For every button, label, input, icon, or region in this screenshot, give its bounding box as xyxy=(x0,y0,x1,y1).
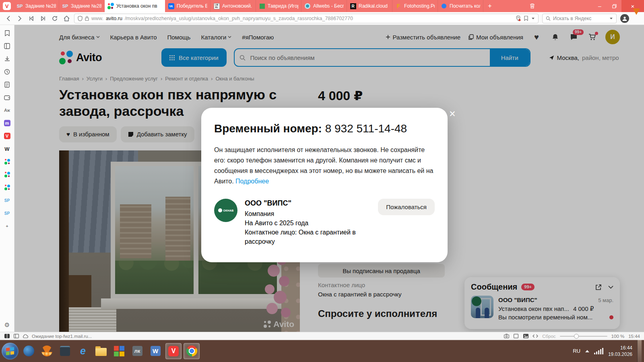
url-field[interactable]: www.avito.ru/moskva/predlozheniya_uslug/… xyxy=(74,14,539,23)
start-button[interactable] xyxy=(2,343,19,360)
taskbar-blue-browser-icon[interactable] xyxy=(21,343,37,359)
metamask-icon[interactable] xyxy=(633,15,640,22)
yandex-search-dropdown-icon[interactable] xyxy=(609,17,613,20)
browser-side-panel-bar: Aж m V W SP SP + ⚙ xyxy=(0,25,14,332)
bookmarks-panel-icon[interactable] xyxy=(4,29,11,37)
sp-icon: SP xyxy=(17,3,23,9)
browser-tab[interactable]: Таврида (Игорь Ан xyxy=(256,0,301,12)
avito-web-panel-icon[interactable] xyxy=(4,158,11,165)
notes-panel-icon[interactable] xyxy=(4,81,11,88)
url-www: www. xyxy=(91,16,103,21)
browser-tab[interactable]: SP Задание №288722 xyxy=(14,0,59,12)
yandex-search-field[interactable]: Искать в Яндекс xyxy=(542,14,617,23)
browser-tab[interactable]: Посчитать количес xyxy=(438,0,483,12)
status-clock: 15:44 xyxy=(628,334,640,339)
zoom-slider[interactable] xyxy=(560,334,607,339)
browser-tab[interactable]: F Fotohosting.Pro - Ф xyxy=(392,0,438,12)
rewind-icon[interactable] xyxy=(27,14,35,23)
seller-contact: Контактное лицо: Окна с гарантией в расс… xyxy=(245,228,371,246)
vk-icon: VK xyxy=(168,3,174,9)
temporary-phone-number: 8 932 511-14-48 xyxy=(325,122,407,135)
more-link[interactable]: Подробнее xyxy=(235,178,269,185)
browser-tab-active[interactable]: Установка окон пв xyxy=(105,0,165,12)
bookmark-icon[interactable] xyxy=(524,16,528,21)
zoom-level: 100 % xyxy=(611,334,625,339)
shield-icon[interactable] xyxy=(78,16,83,21)
libru-icon: LIBRU xyxy=(213,3,220,9)
tiling-toggle-icon[interactable] xyxy=(4,333,10,339)
seller-logo: ОКНАВ xyxy=(214,199,237,222)
status-loading-text: Ожидание top-fwz1.mail.ru... xyxy=(32,334,92,339)
taskbar-office-grid-icon[interactable] xyxy=(111,343,127,359)
images-toggle-icon[interactable] xyxy=(523,333,528,339)
forward-icon[interactable] xyxy=(16,14,24,23)
taskbar-vivaldi-icon[interactable]: V xyxy=(165,343,182,359)
sync-cloud-icon[interactable] xyxy=(23,333,28,339)
modal-title: Временный номер: 8 932 511-14-48 xyxy=(214,122,435,135)
browser-tab[interactable]: Allwebs - Бесплатн xyxy=(301,0,347,12)
modal-body-text: Он защищает исполнителя от нежелательных… xyxy=(214,145,435,187)
reload-icon[interactable] xyxy=(51,14,59,23)
taskbar-date: 19.03.2026 xyxy=(608,351,632,358)
show-desktop-button[interactable] xyxy=(637,340,642,362)
panels-toggle-icon[interactable] xyxy=(13,333,19,339)
windows-taskbar: e лк W V RU 16:44 19.03.2026 xyxy=(0,340,644,362)
wallet-panel-icon[interactable] xyxy=(4,94,11,101)
fast-forward-icon[interactable] xyxy=(39,14,47,23)
settings-gear-icon[interactable]: ⚙ xyxy=(4,321,11,329)
taskbar-dark-app-icon[interactable] xyxy=(57,343,73,359)
tray-expand-icon[interactable] xyxy=(585,350,589,352)
browser-tab[interactable]: R Radikal.cloud - Бес xyxy=(347,0,392,12)
mastodon-panel-icon[interactable]: m xyxy=(4,119,11,127)
browser-profile-icon[interactable] xyxy=(620,14,629,23)
taskbar-wps-icon[interactable]: W xyxy=(147,343,163,359)
home-icon[interactable] xyxy=(62,14,70,23)
radikal-icon: R xyxy=(350,3,356,9)
capture-icon[interactable] xyxy=(504,333,509,339)
translate-panel-icon[interactable]: Aж xyxy=(4,107,11,114)
add-web-panel-icon[interactable]: + xyxy=(4,222,11,230)
browser-tab[interactable]: LIBRU Антоновский. Sta xyxy=(211,0,256,12)
page-actions-icon[interactable] xyxy=(533,333,538,339)
taskbar-ie-icon[interactable]: e xyxy=(75,343,91,359)
downloads-panel-icon[interactable] xyxy=(4,55,11,62)
sp-icon: SP xyxy=(62,3,68,9)
location-blocked-icon[interactable] xyxy=(516,15,521,21)
vivaldi-menu-button[interactable]: V xyxy=(0,0,14,12)
closed-tabs-trash-icon[interactable] xyxy=(525,0,539,12)
taskbar-time: 16:44 xyxy=(608,345,632,351)
address-dropdown-icon[interactable] xyxy=(531,17,535,20)
modal-close-icon[interactable]: × xyxy=(449,109,456,119)
zoom-slider-knob[interactable] xyxy=(574,334,579,339)
seller-since: На Авито с 2025 года xyxy=(245,218,371,228)
back-icon[interactable] xyxy=(4,14,12,23)
vivaldi-community-panel-icon[interactable]: V xyxy=(4,132,11,140)
restore-button[interactable] xyxy=(607,0,621,12)
blue-dot-icon xyxy=(441,3,447,9)
taskbar-clock[interactable]: 16:44 19.03.2026 xyxy=(608,345,632,358)
taskbar-gray-app-icon[interactable]: лк xyxy=(129,343,145,359)
history-panel-icon[interactable] xyxy=(4,68,11,75)
lock-icon[interactable] xyxy=(85,16,89,21)
modal-seller-row: ОКНАВ ООО "ВИПС" Компания На Авито с 202… xyxy=(214,199,435,246)
report-button[interactable]: Пожаловаться xyxy=(378,199,435,215)
minimize-button[interactable]: – xyxy=(592,0,607,12)
page-tiles-icon[interactable] xyxy=(513,333,519,339)
windows-panel-icon[interactable] xyxy=(4,42,11,49)
zoom-reset-button[interactable]: Сброс xyxy=(542,334,555,339)
browser-tab[interactable]: VK Победитель Битвы xyxy=(165,0,211,12)
sp-web-panel-icon[interactable]: SP xyxy=(4,197,11,204)
taskbar-firefox-icon[interactable] xyxy=(39,343,55,359)
taskbar-chrome-icon[interactable] xyxy=(184,343,200,359)
avito-web-panel-icon[interactable] xyxy=(4,171,11,178)
url-path: /moskva/predlozheniya_uslug/ustanovka_ok… xyxy=(125,16,353,21)
browser-tab-bar: V SP Задание №288722 SP Задание №288080 … xyxy=(0,0,644,12)
network-signal-icon[interactable] xyxy=(594,348,603,354)
sp-web-panel-icon[interactable]: SP xyxy=(4,210,11,217)
new-tab-button[interactable]: + xyxy=(483,0,496,12)
keyboard-language-indicator[interactable]: RU xyxy=(573,348,580,354)
browser-tab[interactable]: SP Задание №288080 xyxy=(59,0,105,12)
wikipedia-panel-icon[interactable]: W xyxy=(4,145,11,152)
avito-web-panel-icon[interactable] xyxy=(4,184,11,191)
taskbar-explorer-folder-icon[interactable] xyxy=(93,343,109,359)
